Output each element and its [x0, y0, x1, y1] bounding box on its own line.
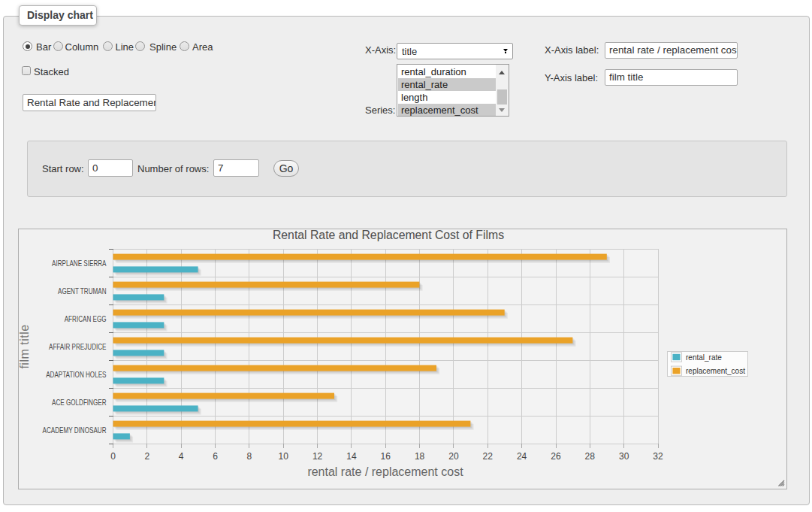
- svg-text:AGENT TRUMAN: AGENT TRUMAN: [58, 287, 107, 295]
- svg-text:6: 6: [213, 451, 218, 462]
- svg-text:ACE GOLDFINGER: ACE GOLDFINGER: [52, 398, 107, 407]
- svg-text:Rental Rate and Replacement Co: Rental Rate and Replacement Cost of Film…: [273, 229, 504, 241]
- svg-text:28: 28: [585, 451, 596, 462]
- svg-text:16: 16: [381, 451, 391, 462]
- svg-text:AFFAIR PREJUDICE: AFFAIR PREJUDICE: [49, 343, 107, 351]
- svg-text:AIRPLANE SIERRA: AIRPLANE SIERRA: [52, 259, 107, 268]
- svg-text:20: 20: [448, 451, 459, 462]
- svg-text:32: 32: [653, 451, 663, 462]
- svg-text:AFRICAN EGG: AFRICAN EGG: [65, 315, 107, 323]
- svg-text:4: 4: [179, 451, 184, 462]
- svg-text:2: 2: [144, 451, 149, 462]
- svg-text:26: 26: [551, 451, 561, 462]
- svg-text:18: 18: [415, 451, 425, 462]
- svg-text:30: 30: [619, 451, 629, 462]
- svg-text:12: 12: [312, 451, 323, 462]
- svg-text:8: 8: [247, 451, 252, 462]
- svg-text:ACADEMY DINOSAUR: ACADEMY DINOSAUR: [43, 426, 107, 435]
- svg-text:24: 24: [517, 451, 527, 462]
- svg-text:replacement_cost: replacement_cost: [686, 367, 745, 375]
- svg-text:film title: film title: [18, 324, 31, 368]
- svg-text:rental_rate: rental_rate: [686, 353, 722, 362]
- svg-text:0: 0: [110, 451, 116, 462]
- svg-text:ADAPTATION HOLES: ADAPTATION HOLES: [46, 371, 107, 379]
- svg-text:10: 10: [279, 451, 289, 462]
- svg-text:22: 22: [483, 451, 494, 462]
- svg-text:rental rate / replacement cost: rental rate / replacement cost: [307, 465, 463, 478]
- svg-text:14: 14: [346, 451, 357, 462]
